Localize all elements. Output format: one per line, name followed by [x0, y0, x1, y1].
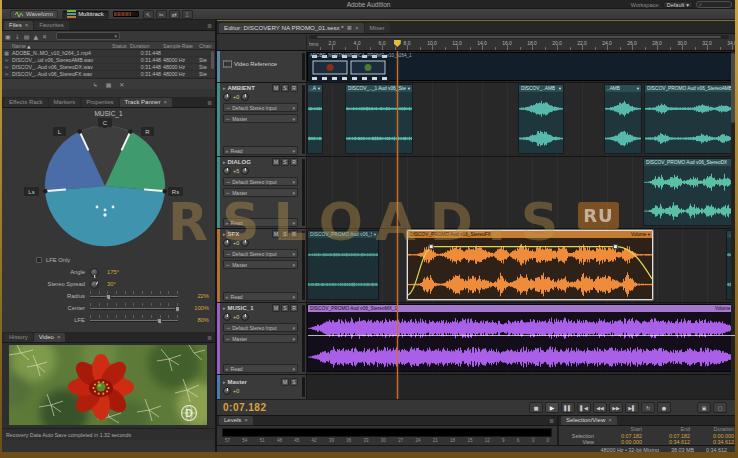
master-track-lane[interactable]: [307, 375, 735, 399]
col-name[interactable]: Name ▲: [11, 43, 111, 49]
tab-track-panner[interactable]: Track Panner×: [120, 98, 172, 107]
tab-files[interactable]: Files×: [4, 21, 33, 30]
col-status[interactable]: Status: [111, 43, 129, 49]
audio-clip[interactable]: DISCOV_PROMO Aud v06_StereoFXVolume ▾: [407, 230, 653, 300]
track-output-selector[interactable]: ←Master▾: [223, 260, 298, 269]
video-track-lane[interactable]: ADOBE_NORTHAMERICA_PROMO_v10_h264_1: [307, 51, 735, 82]
files-scrollbar[interactable]: [211, 51, 214, 69]
rewind-button[interactable]: ◀◀: [593, 402, 607, 413]
volume-knob[interactable]: [223, 93, 231, 101]
view-end[interactable]: 0:34.612: [645, 439, 693, 446]
slider-handle[interactable]: [106, 294, 111, 300]
stop-button[interactable]: ■: [529, 402, 543, 413]
solo-button[interactable]: S: [281, 158, 289, 166]
clip-volume-tag[interactable]: Volume ▾: [631, 232, 650, 237]
trash-icon[interactable]: ✕: [119, 80, 124, 89]
record-button[interactable]: ●: [657, 402, 671, 413]
track-output-selector[interactable]: ←Master▾: [223, 334, 298, 343]
stereo-spread-value[interactable]: 30°: [107, 281, 116, 287]
loop-playback-icon[interactable]: ▦: [106, 80, 112, 89]
track-lane-music_1[interactable]: DISCOV_PROMO Aud v06_StereoMX_1Volume ▾: [307, 303, 735, 374]
volume-knob[interactable]: [223, 167, 231, 175]
playhead-line[interactable]: [397, 51, 398, 399]
file-row[interactable]: ≈DISCOV_..Aud v06_StereoFX.wav0:31.44848…: [2, 71, 215, 78]
surround-panner-graph[interactable]: C L R Ls Rs: [2, 118, 215, 250]
chevron-down-icon[interactable]: ▾: [637, 86, 639, 91]
solo-button[interactable]: S: [281, 84, 289, 92]
pause-button[interactable]: ▌▌: [561, 402, 575, 413]
track-header-music_1[interactable]: ▸MUSIC_1MSR+0→Default Stereo Input▾←Mast…: [217, 303, 307, 374]
tab-mixer[interactable]: Mixer: [365, 23, 390, 33]
close-icon[interactable]: ×: [355, 25, 359, 31]
tab-selection-view[interactable]: Selection/View×: [561, 416, 617, 425]
zoom-out-button[interactable]: ▢: [713, 402, 727, 413]
pan-knob[interactable]: [241, 313, 249, 321]
close-icon[interactable]: ×: [244, 417, 248, 423]
zoom-in-button[interactable]: ▣: [697, 402, 711, 413]
video-clip[interactable]: ADOBE_NORTHAMERICA_PROMO_v10_h264_1: [307, 52, 735, 81]
view-start[interactable]: 0:00.000: [597, 439, 645, 446]
file-row[interactable]: ≈DISCOV_..Aud v06_StereoDX.wav0:31.44848…: [2, 64, 215, 71]
track-input-selector[interactable]: →Default Stereo Input▾: [223, 103, 298, 112]
file-row[interactable]: ▦ADOBE_N..MO_v10_h264_1.mp40:31.448: [2, 50, 215, 57]
mute-button[interactable]: M: [272, 230, 280, 238]
chevron-down-icon[interactable]: ▾: [559, 86, 561, 91]
master-mute-button[interactable]: M: [281, 378, 289, 386]
track-header-dialog[interactable]: ▸DIALOGMSR+5→Default Stereo Input▾←Maste…: [217, 157, 307, 228]
tab-editor[interactable]: Editor: DISCOVERY NA PROMO_01.sesx * ≣ ×: [219, 23, 364, 33]
track-lane-ambient[interactable]: ..AMB▾DISCOV_.._1 Aud v06_StereoAMB▾DISC…: [307, 83, 735, 156]
track-header-sfx[interactable]: ▸SFXMSR+0→Default Stereo Input▾←Master▾▸…: [217, 229, 307, 302]
panel-menu-icon[interactable]: ≣: [207, 99, 212, 106]
waveform-view-button[interactable]: Waveform: [10, 10, 58, 19]
expand-icon[interactable]: ▸: [223, 379, 226, 385]
tab-markers[interactable]: Markers: [49, 98, 81, 107]
skip-forward-button[interactable]: ▶▌: [625, 402, 639, 413]
chevron-down-icon[interactable]: ▾: [318, 86, 320, 91]
tab-history[interactable]: History: [4, 333, 33, 342]
audio-clip[interactable]: DISCOV_.._1 Aud v06_StereoAMB▾: [345, 84, 413, 154]
expand-icon[interactable]: ▸: [223, 231, 226, 237]
col-sample-rate[interactable]: Sample Rate: [162, 43, 198, 49]
chevron-down-icon[interactable]: ▾: [408, 86, 410, 91]
close-icon[interactable]: ×: [57, 334, 61, 340]
volume-knob[interactable]: [223, 239, 231, 247]
audio-clip[interactable]: ..AMB▾: [604, 84, 642, 154]
expand-icon[interactable]: ▸: [223, 159, 226, 165]
track-output-selector[interactable]: ←Master▾: [223, 114, 298, 123]
playhead-time-display[interactable]: 0:07.182: [223, 402, 266, 413]
insert-into-multitrack-icon[interactable]: ↳: [93, 80, 98, 89]
audio-clip[interactable]: DISCOV_PROMO Aud v06_StereoMX_1Volume ▾: [307, 304, 735, 372]
automation-mode-selector[interactable]: ▸Read▾: [223, 364, 298, 373]
view-duration[interactable]: 0:34.612: [693, 439, 735, 446]
angle-value[interactable]: 175°: [107, 269, 119, 275]
move-up-icon[interactable]: ▲: [33, 32, 38, 41]
slider-handle[interactable]: [175, 306, 180, 312]
razor-tool-icon[interactable]: ✂: [156, 10, 167, 19]
radius-slider[interactable]: [90, 291, 178, 301]
panel-menu-icon[interactable]: ≣: [207, 22, 212, 29]
move-tool-icon[interactable]: ↖: [143, 10, 154, 19]
multitrack-view-button[interactable]: Multitrack: [62, 10, 109, 19]
video-track-header[interactable]: Video Reference: [217, 51, 307, 82]
pan-knob[interactable]: [241, 167, 249, 175]
automation-mode-selector[interactable]: ▸Read▾: [223, 146, 298, 155]
audio-clip[interactable]: DISCOV_PROMO Aud v06_StereoAMB▾: [644, 84, 735, 154]
lfe-slider[interactable]: [90, 315, 178, 325]
record-button[interactable]: R: [290, 84, 298, 92]
master-volume-knob[interactable]: [223, 387, 231, 395]
expand-icon[interactable]: ▸: [223, 305, 226, 311]
open-file-icon[interactable]: ▣: [5, 32, 11, 41]
slider-handle[interactable]: [157, 318, 162, 324]
record-button[interactable]: R: [290, 158, 298, 166]
panel-menu-icon[interactable]: ≣: [347, 24, 352, 31]
mute-button[interactable]: M: [272, 84, 280, 92]
panel-menu-icon[interactable]: ≣: [549, 417, 554, 424]
automation-mode-selector[interactable]: ▸Read▾: [223, 218, 298, 227]
volume-envelope-line[interactable]: [308, 335, 735, 336]
tab-favorites[interactable]: Favorites: [34, 21, 69, 30]
tracks-scrollbar[interactable]: [731, 51, 735, 399]
skip-back-button[interactable]: ▌◀: [577, 402, 591, 413]
panel-menu-icon[interactable]: ≣: [207, 334, 212, 341]
record-button[interactable]: R: [290, 304, 298, 312]
close-icon[interactable]: ×: [25, 22, 29, 28]
